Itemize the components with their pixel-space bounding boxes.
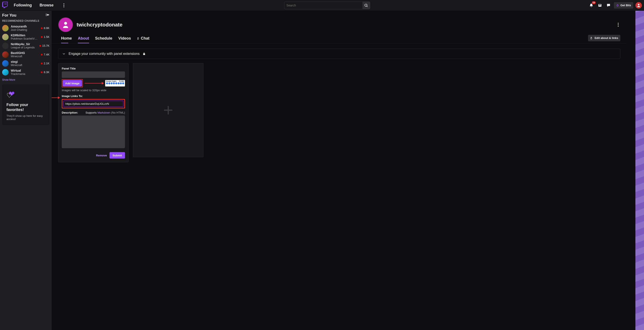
- sidebar-title: For You: [2, 13, 16, 18]
- channel-name: Wirtual: [11, 69, 41, 72]
- live-dot-icon: [41, 72, 42, 73]
- channel-avatar: [2, 42, 8, 49]
- search-button[interactable]: [362, 2, 370, 9]
- top-nav-center: [66, 2, 588, 9]
- search-box: [284, 2, 370, 9]
- channel-game: Just Chatting: [11, 28, 41, 32]
- add-image-button[interactable]: Add Image: [62, 80, 82, 86]
- description-help: Supports Markdown (No HTML): [86, 111, 125, 114]
- image-link-input[interactable]: [63, 100, 124, 107]
- viewer-count: 7.4K: [44, 53, 50, 56]
- annotation-arrow-icon: [84, 83, 104, 84]
- panel-editor-card: Panel Title Add Image Donate CryptoPLISI…: [58, 63, 129, 162]
- sidebar-channel[interactable]: Amouranth Just Chatting 8.9K: [2, 24, 50, 32]
- live-dot-icon: [41, 62, 42, 64]
- channel-avatar: [2, 34, 8, 40]
- channel-more-button[interactable]: [618, 23, 618, 27]
- channel-name: Amouranth: [11, 25, 41, 28]
- popout-icon: [137, 37, 140, 40]
- collapse-sidebar-button[interactable]: [46, 13, 50, 18]
- whispers-button[interactable]: [597, 2, 603, 8]
- twitch-logo-icon[interactable]: [2, 2, 8, 9]
- user-avatar[interactable]: [636, 2, 642, 8]
- plus-icon: +: [163, 100, 173, 120]
- preview-donate-text: Donate Crypto: [106, 80, 116, 82]
- sidebar: For You RECOMMENDED CHANNELS Amouranth J…: [0, 11, 52, 330]
- tab-home[interactable]: Home: [58, 34, 75, 43]
- live-dot-icon: [39, 45, 41, 47]
- sidebar-channel[interactable]: stegi Minecraft 2.1K: [2, 59, 50, 68]
- sidebar-channel[interactable]: KDRkitten Pokémon Scarlet/V… 1.5K: [2, 32, 50, 41]
- chat-button[interactable]: [605, 2, 612, 8]
- top-nav: Following Browse 59 Get Bits: [0, 0, 644, 11]
- sidebar-channel[interactable]: Wirtual Trackmania 8.3K: [2, 68, 50, 76]
- show-more-link[interactable]: Show More: [2, 78, 15, 81]
- submit-panel-button[interactable]: Submit: [110, 152, 125, 158]
- viewer-count: 8.3K: [44, 70, 50, 74]
- search-input[interactable]: [284, 2, 362, 9]
- sidebar-channel[interactable]: BastiGHG Minecraft 7.4K: [2, 50, 50, 59]
- channel-name-title: twichcryptodonate: [76, 22, 122, 28]
- channel-game: Pokémon Scarlet/V…: [11, 37, 41, 40]
- tab-schedule[interactable]: Schedule: [92, 34, 115, 43]
- top-nav-left: Following Browse: [2, 2, 66, 9]
- chat-icon: [606, 3, 611, 8]
- lock-icon: [142, 52, 146, 55]
- follow-favorites-card: ❤♡ Follow your favorites! They'll show u…: [2, 84, 50, 125]
- image-scale-hint: Images will be scaled to 320px wide: [62, 89, 125, 92]
- channel-avatar-large[interactable]: [58, 17, 73, 32]
- engage-extensions-label: Engage your community with panel extensi…: [68, 52, 140, 56]
- top-nav-right: 59 Get Bits: [588, 2, 642, 8]
- follow-card-title: Follow your favorites!: [6, 102, 45, 112]
- description-textarea[interactable]: [62, 116, 125, 148]
- remove-panel-link[interactable]: Remove: [96, 154, 107, 157]
- annotation-frame: Add Image: [62, 79, 83, 87]
- search-icon: [364, 4, 368, 7]
- add-panel-card[interactable]: +: [133, 63, 204, 157]
- nav-more-icon[interactable]: [62, 4, 66, 7]
- tab-videos[interactable]: Videos: [115, 34, 134, 43]
- channel-avatar: [2, 69, 8, 76]
- sidebar-channel[interactable]: NoWay4u_Sir League of Legends 15.7K: [2, 41, 50, 50]
- supports-text: Supports: [86, 111, 96, 114]
- channel-name: stegi: [11, 60, 41, 64]
- edit-about-links-button[interactable]: Edit about & links: [588, 35, 620, 41]
- engage-extensions-toggle[interactable]: Engage your community with panel extensi…: [58, 48, 620, 59]
- popout-icon: [590, 36, 593, 40]
- viewer-count: 8.9K: [44, 26, 50, 30]
- get-bits-button[interactable]: Get Bits: [614, 2, 633, 8]
- channel-game: Minecraft: [11, 55, 41, 58]
- channel-game: Minecraft: [11, 64, 41, 67]
- description-label: Description:: [62, 111, 78, 114]
- channel-name: BastiGHG: [11, 51, 41, 55]
- panel-image-preview: Donate CryptoPLISIO: [105, 80, 125, 86]
- live-dot-icon: [41, 54, 42, 56]
- panel-title-label: Panel Title: [62, 67, 125, 70]
- nav-browse[interactable]: Browse: [38, 3, 55, 8]
- right-collapsed-chat-strip[interactable]: [636, 11, 644, 330]
- panel-title-input[interactable]: [62, 72, 125, 78]
- tab-chat[interactable]: Chat: [134, 34, 152, 43]
- viewer-count: 2.1K: [44, 62, 50, 65]
- bits-icon: [616, 4, 619, 7]
- channel-name: KDRkitten: [11, 34, 41, 37]
- channel-avatar: [2, 60, 8, 67]
- nav-following[interactable]: Following: [12, 3, 34, 8]
- image-link-label: Image Links To:: [62, 94, 125, 98]
- channel-game: League of Legends: [11, 46, 39, 49]
- live-dot-icon: [41, 36, 42, 38]
- panels-editor-row: Panel Title Add Image Donate CryptoPLISI…: [52, 63, 627, 171]
- chevron-down-icon: [62, 52, 66, 56]
- annotation-frame: [62, 99, 125, 108]
- hearts-icon: ❤♡: [6, 89, 19, 100]
- live-dot-icon: [41, 27, 42, 29]
- markdown-link[interactable]: Markdown: [98, 111, 110, 114]
- edit-about-links-label: Edit about & links: [594, 36, 618, 40]
- tab-about[interactable]: About: [75, 34, 92, 43]
- tab-chat-label: Chat: [141, 36, 150, 40]
- follow-card-subtitle: They'll show up here for easy access!: [6, 114, 45, 121]
- notifications-button[interactable]: 59: [588, 2, 594, 8]
- viewer-count: 1.5K: [44, 35, 50, 38]
- channel-game: Trackmania: [11, 72, 41, 76]
- notification-badge: 59: [592, 1, 596, 4]
